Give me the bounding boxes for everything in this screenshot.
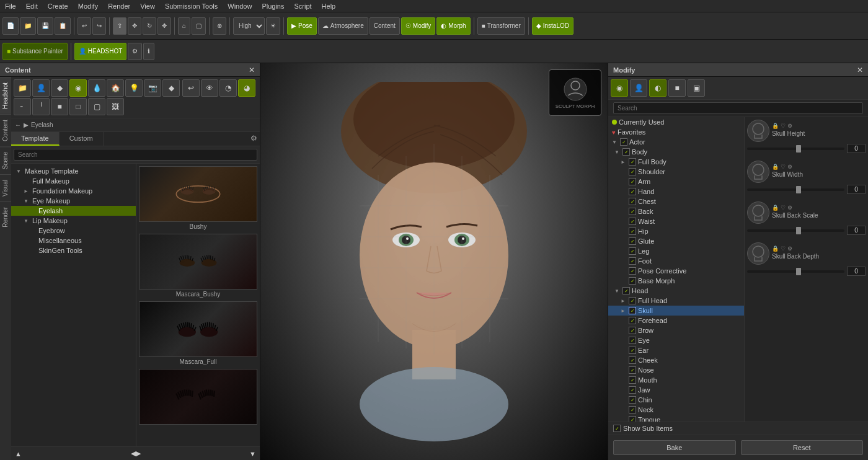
eyelash-icon-btn[interactable]: ◕ — [238, 79, 255, 97]
morph-checkbox[interactable]: ✓ — [629, 158, 636, 166]
grid3-btn[interactable]: ▢ — [88, 98, 105, 115]
figures-icon-btn[interactable]: 👤 — [32, 79, 50, 97]
morph-checkbox[interactable]: ✓ — [629, 247, 636, 255]
morph-checkbox[interactable]: ✓ — [629, 386, 636, 394]
morph-waist[interactable]: ✓ Waist — [608, 216, 744, 226]
save-button[interactable]: 💾 — [37, 17, 53, 35]
bake-button[interactable]: Bake — [613, 440, 736, 455]
modify-close-button[interactable]: ✕ — [857, 66, 863, 74]
morph-jaw[interactable]: ✓ Jaw — [608, 385, 744, 395]
morph-tongue[interactable]: ✓ Tongue — [608, 415, 744, 422]
headshot-tab[interactable]: Headshot — [0, 77, 11, 114]
thumb-4[interactable] — [139, 369, 257, 425]
morph-checkbox[interactable]: ✓ — [629, 376, 636, 384]
menu-script[interactable]: Script — [289, 2, 316, 10]
morph-checkbox[interactable]: ✓ — [629, 277, 636, 285]
morph-checkbox[interactable]: ✓ — [629, 267, 636, 275]
morph-checkbox[interactable]: ✓ — [629, 337, 636, 344]
substance-btn[interactable]: ■ Substance Painter — [2, 43, 68, 60]
modify-button[interactable]: ☉ Modify — [401, 17, 435, 35]
menu-create[interactable]: Create — [43, 2, 73, 10]
visual-tab[interactable]: Visual — [0, 174, 11, 201]
morph-checkbox[interactable]: ✓ — [629, 317, 636, 324]
morph-checkbox[interactable]: ✓ — [629, 228, 636, 235]
settings-icon[interactable]: ⚙ — [250, 134, 257, 143]
pose-button[interactable]: ▶ Pose — [287, 17, 317, 35]
headshot-settings[interactable]: ⚙ — [128, 43, 142, 60]
camera-icon-btn[interactable]: 📷 — [144, 79, 161, 97]
skull-width-slider[interactable] — [747, 188, 844, 191]
image-btn[interactable]: 🖼 — [107, 98, 124, 115]
menu-window[interactable]: Window — [223, 2, 257, 10]
transformer-button[interactable]: ■ Transformer — [477, 17, 525, 35]
morph-nose[interactable]: ✓ Nose — [608, 365, 744, 375]
morph-checkbox[interactable]: ✓ — [629, 396, 636, 404]
scale-button[interactable]: ✥ — [157, 17, 171, 35]
morph-checkbox[interactable]: ✓ — [629, 168, 636, 175]
skull-back-scale-value[interactable] — [847, 226, 866, 235]
morph-base-morph[interactable]: ✓ Base Morph — [608, 276, 744, 286]
undo-button[interactable]: ↩ — [78, 17, 91, 35]
thumb-mascara-bushy[interactable]: Mascara_Bushy — [139, 234, 257, 299]
render-tab[interactable]: Render — [0, 201, 11, 232]
shader-icon-btn[interactable]: ◆ — [162, 79, 180, 97]
content-tab[interactable]: Content — [0, 114, 11, 146]
tree-lip-makeup[interactable]: ▼ Lip Makeup — [11, 216, 136, 226]
thumb-bushy[interactable]: Bushy — [139, 166, 257, 231]
sun-button[interactable]: ☀ — [266, 17, 280, 35]
morph-glute[interactable]: ✓ Glute — [608, 236, 744, 246]
tree-makeup-template[interactable]: ▼ Makeup Template — [11, 166, 136, 176]
morph-checkbox[interactable]: ✓ — [629, 198, 636, 205]
search-input[interactable] — [14, 149, 257, 161]
morph-checkbox[interactable]: ✓ — [629, 237, 636, 245]
morph-shoulder[interactable]: ✓ Shoulder — [608, 167, 744, 177]
morph-cheek[interactable]: ✓ Cheek — [608, 355, 744, 365]
morph-checkbox[interactable]: ✓ — [629, 218, 636, 225]
morph-neck[interactable]: ✓ Neck — [608, 405, 744, 415]
tree-eye-makeup[interactable]: ▼ Eye Makeup — [11, 196, 136, 206]
morph-body[interactable]: ▼ ✓ Body — [608, 147, 744, 157]
new-button[interactable]: 📄 — [2, 17, 19, 35]
morph-mouth[interactable]: ✓ Mouth — [608, 375, 744, 385]
morph-checkbox[interactable]: ✓ — [622, 287, 630, 294]
undo-content-btn[interactable]: ↩ — [182, 79, 200, 97]
morph-checkbox[interactable]: ✓ — [629, 257, 636, 265]
morph-checkbox[interactable]: ✓ — [622, 148, 630, 156]
instalod-button[interactable]: ◆ InstaLOD — [532, 17, 574, 35]
content-nav-forward[interactable]: ▼ — [249, 450, 256, 458]
morph-checkbox[interactable]: ✓ — [629, 347, 636, 354]
content-close-button[interactable]: ✕ — [249, 66, 255, 74]
viewport[interactable]: SCULPT MORPH — [260, 63, 608, 460]
open-button[interactable]: 📁 — [20, 17, 36, 35]
props-icon-btn[interactable]: 💧 — [88, 79, 105, 97]
morph-favorites[interactable]: ♥ Favorites — [608, 127, 744, 137]
skull-height-slider[interactable] — [747, 148, 844, 150]
menu-submission[interactable]: Submission Tools — [160, 2, 223, 10]
grid2-btn[interactable]: □ — [69, 98, 87, 115]
scene-tab[interactable]: Scene — [0, 146, 11, 174]
modify-search-input[interactable] — [613, 102, 863, 114]
modify-tab-sculpt[interactable]: ◐ — [649, 79, 666, 97]
morph-full-body[interactable]: ► ✓ Full Body — [608, 157, 744, 167]
menu-help[interactable]: Help — [317, 2, 341, 10]
select-button[interactable]: ⇧ — [113, 17, 126, 35]
morph-checkbox[interactable]: ✓ — [629, 366, 636, 374]
morph-full-head[interactable]: ► ✓ Full Head — [608, 296, 744, 306]
morph-chin[interactable]: ✓ Chin — [608, 395, 744, 405]
morph-leg[interactable]: ✓ Leg — [608, 246, 744, 256]
tree-foundation[interactable]: ► Foundation Makeup — [11, 186, 136, 196]
custom-tab[interactable]: Custom — [60, 132, 104, 146]
modify-tab-params[interactable]: ■ — [668, 79, 686, 97]
hair-icon-btn[interactable]: ◆ — [51, 79, 68, 97]
tree-full-makeup[interactable]: Full Makeup — [11, 176, 136, 186]
nose-icon-btn[interactable]: ╵ — [32, 98, 50, 115]
home-button[interactable]: ⌂ — [178, 17, 190, 35]
morph-pose-corrective[interactable]: ✓ Pose Corrective — [608, 266, 744, 276]
tree-eyelash[interactable]: Eyelash — [11, 206, 136, 216]
content-nav-center[interactable]: ◀▶ — [131, 449, 141, 458]
grid1-btn[interactable]: ■ — [51, 98, 68, 115]
modify-tab-grid[interactable]: ▣ — [688, 79, 705, 97]
breadcrumb-back[interactable]: ← — [15, 122, 21, 128]
morph-button[interactable]: ◐ Morph — [436, 17, 470, 35]
menu-plugins[interactable]: Plugins — [257, 2, 289, 10]
